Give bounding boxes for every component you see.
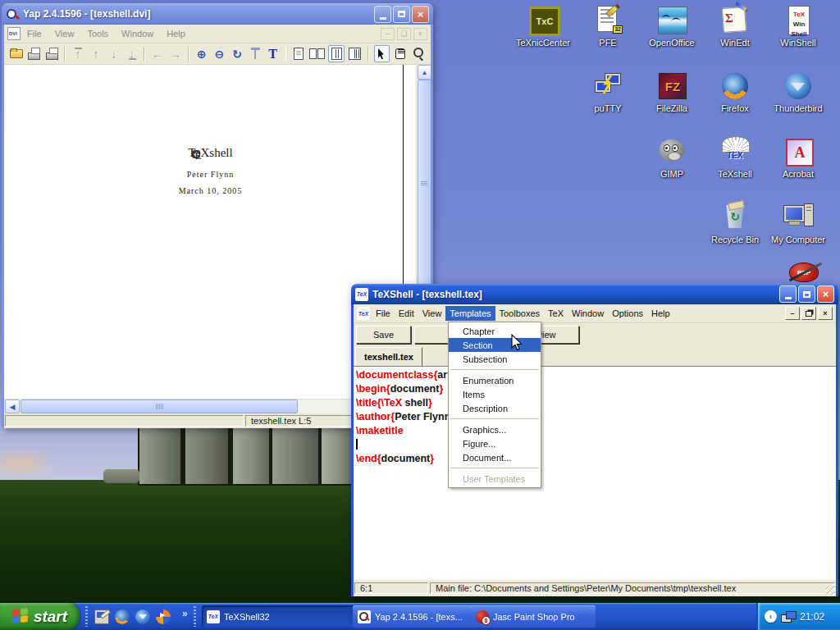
yap-close-button[interactable]: × (412, 6, 429, 23)
texshell-menu-file[interactable]: File (372, 306, 395, 321)
texshell-titlebar[interactable]: TeXShell - [texshell.tex] × (351, 284, 838, 304)
yap-menu-help[interactable]: Help (160, 26, 192, 41)
desktop-icon-texshell[interactable]: TEX TeXshell (704, 136, 766, 179)
menu-item-user-templates[interactable]: User Templates (449, 472, 541, 486)
texshell-menu-toolboxes[interactable]: Toolboxes (495, 306, 545, 321)
toolbar-handle[interactable] (194, 606, 196, 627)
mdi-close-icon[interactable]: × (818, 307, 833, 320)
magnifier-tool-icon[interactable] (411, 46, 426, 62)
texshell-menu-help[interactable]: Help (647, 306, 674, 321)
texshell-menu-tex[interactable]: TeX (544, 306, 568, 321)
vertical-scroll-thumb[interactable] (418, 80, 431, 286)
print-all-icon[interactable] (45, 46, 60, 62)
hide-icons-chevron[interactable]: ‹ (765, 610, 777, 623)
network-tray-icon[interactable] (781, 610, 796, 623)
select-tool-icon[interactable] (374, 45, 390, 62)
desktop-icon-acrobat[interactable]: A Acrobat (767, 136, 829, 179)
yap-titlebar[interactable]: Yap 2.4.1596 - [texshell.dvi] × (2, 3, 433, 25)
previous-page-icon[interactable]: ↑ (89, 46, 103, 62)
open-file-icon[interactable] (9, 46, 24, 62)
yap-minimize-button[interactable] (374, 6, 391, 23)
horizontal-scroll-thumb[interactable] (21, 399, 298, 413)
desktop-icon-winshell[interactable]: TeX Win Shell WinShell (767, 5, 829, 48)
single-page-view-icon[interactable] (291, 46, 306, 62)
next-page-icon[interactable]: ↓ (107, 46, 121, 62)
desktop-icon-pfe[interactable]: 32 PFE (577, 5, 639, 48)
ruler-tool-icon[interactable] (248, 46, 262, 62)
mdi-restore-icon[interactable]: ❏ (397, 28, 411, 40)
texshell-maximize-button[interactable] (798, 285, 815, 303)
desktop-icon-winedt[interactable]: Σ WinEdt (704, 5, 766, 48)
taskbar-button-yap-2-4-1596-texs[interactable]: Yap 2.4.1596 - [texs... (353, 605, 477, 628)
print-icon[interactable] (27, 46, 42, 62)
desktop-icon-firefox[interactable]: Firefox (704, 71, 766, 113)
menu-item-figure[interactable]: Figure... (449, 436, 541, 450)
desktop-icon-openoffice[interactable]: OpenOffice (641, 5, 703, 48)
dvi-title: TEXshell (4, 146, 417, 160)
continuous-facing-view-icon[interactable] (348, 46, 363, 62)
firefox-quicklaunch-icon[interactable] (115, 609, 130, 624)
menu-item-subsection[interactable]: Subsection (449, 352, 541, 366)
desktop-icon-recycle-bin[interactable]: ↻ Recycle Bin (704, 202, 766, 244)
show-desktop-icon[interactable] (94, 609, 109, 624)
toolbar-handle[interactable] (85, 606, 88, 627)
editor-line: \author{Peter Flynn} (356, 410, 836, 424)
desktop-icon-texniccenter[interactable]: TxC TeXnicCenter (512, 5, 574, 48)
yap-menu-tools[interactable]: Tools (80, 26, 115, 41)
hand-tool-icon[interactable] (393, 46, 408, 62)
winshell-icon: TeX Win Shell (782, 5, 815, 36)
desktop-icon-gimp[interactable]: GIMP (641, 136, 703, 179)
yap-menu-view[interactable]: View (48, 26, 81, 41)
texshell-editor[interactable]: \documentclass{article}\begin{document}\… (354, 366, 836, 580)
zoom-out-icon[interactable]: ⊖ (212, 46, 226, 62)
menu-item-chapter[interactable]: Chapter (449, 324, 541, 338)
yap-maximize-button[interactable] (393, 6, 410, 23)
mdi-minimize-icon[interactable]: – (381, 28, 395, 40)
forward-icon[interactable]: → (168, 46, 183, 62)
texshell-menu-edit[interactable]: Edit (395, 306, 418, 321)
menu-separator (450, 369, 539, 370)
scroll-up-icon[interactable]: ▲ (418, 65, 431, 80)
save-button[interactable]: Save (356, 326, 411, 344)
desktop-icon-my-computer[interactable]: My Computer (767, 202, 829, 244)
menu-item-enumeration[interactable]: Enumeration (449, 373, 541, 387)
refresh-icon[interactable]: ↻ (230, 46, 244, 62)
menu-separator (450, 468, 539, 468)
desktop-icon-thunderbird[interactable]: Thunderbird (767, 71, 829, 113)
yap-app-icon (6, 7, 19, 21)
zoom-in-icon[interactable]: ⊕ (194, 46, 209, 62)
mdi-close-icon[interactable]: × (413, 28, 427, 40)
texshell-menu-view[interactable]: View (418, 306, 446, 321)
thunderbird-quicklaunch-icon[interactable] (135, 609, 150, 624)
quicklaunch-overflow-chevron[interactable]: » (182, 608, 188, 619)
menu-item-description[interactable]: Description (449, 401, 541, 415)
taskbar-button-texshell32[interactable]: TeXShell32 (202, 605, 359, 628)
yap-menu-window[interactable]: Window (115, 26, 160, 41)
mdi-restore-icon[interactable] (801, 307, 816, 320)
taskbar-button-jasc-paint-shop-pro[interactable]: 8Jasc Paint Shop Pro (471, 605, 596, 628)
texshell-minimize-button[interactable] (779, 285, 797, 303)
menu-item-section[interactable]: Section (449, 338, 541, 352)
desktop-icon-putty[interactable]: puTTY (577, 71, 639, 113)
texshell-menu-templates[interactable]: Templates (445, 306, 495, 321)
start-button[interactable]: start (0, 603, 80, 630)
media-player-quicklaunch-icon[interactable] (156, 609, 171, 624)
back-icon[interactable]: ← (150, 46, 165, 62)
resize-grip[interactable] (825, 586, 835, 596)
last-page-icon[interactable]: ↓ (125, 46, 139, 62)
texshell-menu-window[interactable]: Window (568, 306, 608, 321)
texshell-menu-options[interactable]: Options (608, 306, 647, 321)
menu-item-document[interactable]: Document... (449, 450, 541, 464)
menu-item-items[interactable]: Items (449, 387, 541, 401)
first-page-icon[interactable]: ↑ (71, 46, 85, 62)
desktop-icon-filezilla[interactable]: FZ FileZilla (641, 71, 703, 113)
menu-item-graphics[interactable]: Graphics... (449, 422, 541, 436)
mdi-minimize-icon[interactable]: – (785, 307, 800, 320)
texshell-close-button[interactable]: × (817, 285, 834, 303)
tab-texshell-tex[interactable]: texshell.tex (355, 347, 422, 367)
text-tool-icon[interactable]: T (266, 46, 281, 62)
yap-menu-file[interactable]: File (21, 26, 48, 41)
facing-page-view-icon[interactable] (309, 46, 325, 62)
continuous-view-icon[interactable] (328, 45, 345, 62)
scroll-left-icon[interactable]: ◀ (5, 399, 20, 413)
